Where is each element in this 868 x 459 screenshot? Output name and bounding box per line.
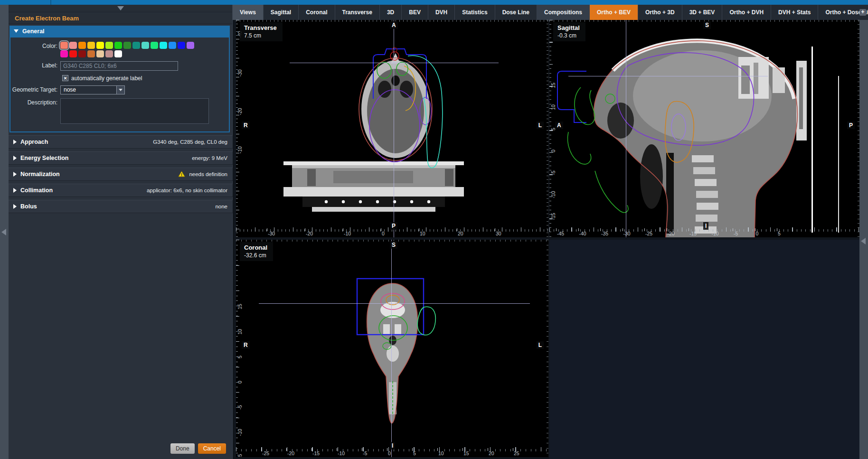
viewport-coronal[interactable]: -25-20-15-10-50510152025 151050-5-10-15 … [236, 240, 548, 457]
axis-tick-label: 10 [550, 101, 556, 113]
axis-tick-label: -10 [550, 188, 556, 201]
description-textarea[interactable] [60, 98, 209, 124]
tab-dvh-stats[interactable]: DVH + Stats [771, 5, 818, 20]
section-summary: !needs definition [178, 171, 233, 178]
color-swatch-0-14[interactable] [187, 42, 194, 49]
geometric-target-dropdown[interactable]: nose [60, 85, 125, 94]
auto-label-checkbox[interactable]: ✕ [62, 75, 68, 81]
tab-ortho-dvh[interactable]: Ortho + DVH [722, 5, 771, 20]
tab-dose-line[interactable]: Dose Line [495, 5, 537, 20]
viewport-label: Coronal -32.6 cm [240, 242, 273, 261]
color-swatch-0-10[interactable] [151, 42, 158, 49]
general-section-body: Color: Label: ✕ automatically generate l… [9, 37, 230, 132]
color-swatch-0-1[interactable] [69, 42, 77, 49]
section-header-energy-selection[interactable]: Energy Selectionenergy: 9 MeV [9, 151, 233, 165]
collapse-left-icon[interactable] [861, 238, 866, 244]
crosshair-horizontal[interactable] [259, 303, 530, 304]
color-swatch-1-4[interactable] [96, 50, 104, 57]
color-swatch-0-0[interactable] [60, 42, 68, 49]
section-header-bolus[interactable]: Bolusnone [9, 200, 233, 213]
color-swatch-0-2[interactable] [78, 42, 86, 49]
axis-tick-label: -10 [712, 231, 719, 236]
section-header-general[interactable]: General [9, 26, 230, 37]
axis-tick-label: 15 [550, 79, 556, 92]
tab-views[interactable]: Views [233, 5, 264, 20]
done-button[interactable]: Done [170, 443, 195, 454]
axis-tick-label: -35 [601, 231, 608, 236]
color-swatch-1-1[interactable] [69, 50, 77, 57]
window-titlebar [0, 0, 868, 5]
color-swatch-1-5[interactable] [105, 50, 113, 57]
right-panel-collapse-strip[interactable] [859, 20, 868, 459]
axis-tick-label: -30 [623, 231, 631, 236]
chevron-right-icon [13, 140, 17, 144]
axis-tick-label: 5 [237, 351, 243, 363]
tab-3d[interactable]: 3D [380, 5, 402, 20]
viewport-slice-depth: -0.3 cm [557, 32, 580, 39]
color-swatch-0-9[interactable] [142, 42, 149, 49]
viewport-sagittal[interactable]: -45-40-35-30-25-20-15-10-505 151050-5-10… [549, 20, 859, 237]
create-electron-beam-panel: Create Electron Beam General Color: Labe… [9, 5, 233, 459]
crosshair-horizontal[interactable] [568, 76, 768, 76]
description-label: Description: [10, 98, 60, 106]
color-swatch-1-6[interactable] [114, 50, 122, 57]
color-swatch-1-0[interactable] [60, 50, 68, 57]
collapse-left-icon[interactable] [1, 229, 6, 235]
view-tabbar: ViewsSagittalCoronalTransverse3DBEVDVHSt… [233, 5, 868, 20]
left-panel-collapse-strip[interactable] [0, 5, 9, 459]
crosshair-vertical[interactable] [626, 20, 626, 237]
color-swatch-0-12[interactable] [169, 42, 176, 49]
tab-ortho-3d[interactable]: Ortho + 3D [638, 5, 682, 20]
workspace: -30-20-100102030 -40-30-20-10 Transverse… [233, 20, 859, 459]
titlebar-divider [50, 0, 51, 5]
axis-tick-label: -10 [237, 144, 243, 156]
color-swatch-0-13[interactable] [178, 42, 185, 49]
color-swatch-0-3[interactable] [87, 42, 95, 49]
axis-tick-label: 15 [237, 300, 243, 313]
tab-transverse[interactable]: Transverse [335, 5, 380, 20]
panel-title: Create Electron Beam [9, 13, 232, 24]
tab-dvh[interactable]: DVH [428, 5, 455, 20]
viewport-transverse[interactable]: -30-20-100102030 -40-30-20-10 Transverse… [236, 20, 548, 237]
section-summary-text: G340 deg, C285 deg, CL0 deg [153, 139, 227, 145]
color-swatch-0-7[interactable] [123, 42, 131, 49]
color-swatch-0-11[interactable] [160, 42, 167, 49]
chevron-down-icon [116, 86, 124, 94]
orientation-marker-right: R [242, 341, 250, 349]
tab-statistics[interactable]: Statistics [455, 5, 495, 20]
orientation-marker-posterior: P [390, 222, 397, 230]
crosshair-horizontal[interactable] [290, 63, 499, 63]
color-swatch-1-2[interactable] [78, 50, 86, 57]
chevron-right-icon [13, 204, 17, 209]
tab-sagittal[interactable]: Sagittal [264, 5, 299, 20]
color-swatch-1-3[interactable] [87, 50, 95, 57]
section-header-collimation[interactable]: Collimationapplicator: 6x6, no skin coll… [9, 184, 233, 197]
color-swatch-0-6[interactable] [114, 42, 122, 49]
beam-label-input[interactable] [60, 61, 178, 71]
tab-coronal[interactable]: Coronal [299, 5, 335, 20]
viewport-slice-depth: -32.6 cm [244, 252, 267, 259]
sagittal-ct-image [549, 20, 859, 237]
color-swatch-0-5[interactable] [105, 42, 113, 49]
chevron-right-icon [13, 188, 17, 193]
chevron-right-icon [13, 156, 17, 160]
color-swatch-0-4[interactable] [96, 42, 104, 49]
crosshair-vertical[interactable] [394, 20, 394, 237]
crosshair-vertical[interactable] [391, 240, 392, 457]
section-header-approach[interactable]: ApproachG340 deg, C285 deg, CL0 deg [9, 135, 233, 149]
cancel-button[interactable]: Cancel [198, 443, 226, 454]
axis-tick-label: -15 [312, 450, 320, 456]
tab-ortho-bev[interactable]: Ortho + BEV [590, 5, 638, 20]
transverse-ct-image [236, 20, 548, 237]
section-header-normalization[interactable]: Normalization!needs definition [9, 168, 233, 181]
axis-tick-label: -10 [338, 450, 345, 456]
orientation-marker-left: L [537, 341, 544, 349]
tab-3d-bev[interactable]: 3D + BEV [682, 5, 723, 20]
panel-collapse-handle[interactable] [9, 5, 232, 12]
axis-tick-label: -40 [579, 231, 586, 236]
axis-tick-label: 0 [237, 376, 243, 388]
add-view-tab-button[interactable]: + [859, 9, 866, 16]
tab-compositions[interactable]: Compositions [537, 5, 590, 20]
tab-bev[interactable]: BEV [402, 5, 428, 20]
color-swatch-0-8[interactable] [132, 42, 140, 49]
